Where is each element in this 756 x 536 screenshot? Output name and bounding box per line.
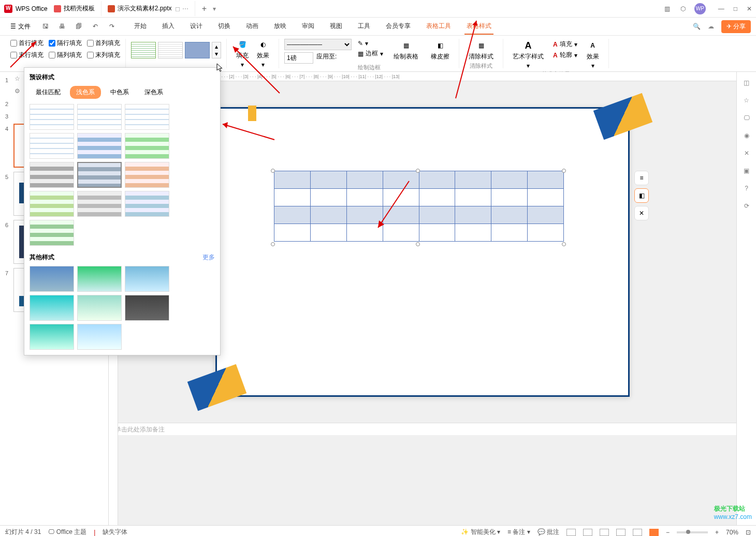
view-sorter[interactable] [583,529,592,536]
side-tool-5[interactable]: ✕ [744,150,749,157]
style-thumb-2[interactable] [158,42,183,58]
menu-transition[interactable]: 切换 [216,19,232,35]
other-thumb[interactable] [77,324,122,350]
other-thumb[interactable] [30,295,74,321]
selection-handle[interactable] [416,169,420,173]
dd-tab-dark[interactable]: 深色系 [138,86,169,99]
line-style-select[interactable]: ──────── [284,39,352,50]
slide-canvas[interactable]: ≡ ◧ ✕ [215,107,630,397]
preset-thumb[interactable] [30,220,74,246]
dd-tab-medium[interactable]: 中色系 [104,86,135,99]
layers-tool[interactable]: ≡ [634,171,649,185]
star-icon[interactable]: ☆ [14,75,20,82]
menu-start[interactable]: 开始 [132,19,149,35]
side-tool-3[interactable]: 🖵 [744,114,750,122]
side-tool-4[interactable]: ◉ [744,132,749,139]
wordart-style-button[interactable]: A 艺术字样式 ▾ [508,39,548,70]
tab-document[interactable]: 演示文稿素材2.pptx ◻ ⋯ [101,1,195,16]
preset-thumb[interactable] [125,133,169,159]
preset-thumb[interactable] [77,133,122,159]
comments-button[interactable]: 💬 批注 [537,528,559,536]
check-first-col[interactable]: 首列填充 [87,39,120,48]
text-effect-button[interactable]: A 效果 ▾ [583,39,603,70]
view-normal[interactable] [566,529,576,536]
more-link[interactable]: 更多 [202,253,215,262]
search-icon[interactable]: 🔍 [693,23,701,30]
other-thumb[interactable] [77,266,122,292]
side-tool-2[interactable]: ☆ [744,97,749,104]
text-fill-button[interactable]: A 填充 ▾ [551,39,579,50]
border-color-button[interactable]: ✎▾ [356,39,385,48]
line-weight-select[interactable] [284,52,313,64]
other-thumb[interactable] [30,324,74,350]
cloud-icon[interactable]: ☁ [708,23,714,30]
preset-thumb[interactable] [125,191,169,217]
style-thumb-3[interactable] [185,42,210,58]
check-last-col[interactable]: 末列填充 [87,51,120,59]
menu-member[interactable]: 会员专享 [384,19,413,35]
eraser-button[interactable]: ◧ 橡皮擦 [427,39,454,64]
close-button[interactable]: ✕ [747,5,752,12]
preset-thumb[interactable] [30,162,74,188]
menu-view[interactable]: 视图 [328,19,344,35]
undo-icon[interactable]: ↶ [91,22,100,31]
preset-thumb[interactable] [30,191,74,217]
menu-design[interactable]: 设计 [188,19,205,35]
notes-bar[interactable]: 单击此处添加备注 [109,423,736,435]
minimize-button[interactable]: — [718,5,724,12]
notes-button[interactable]: ≡ 备注 ▾ [507,528,530,536]
preset-thumb[interactable] [125,104,169,130]
fit-button[interactable]: ⊡ [746,529,751,536]
zoom-out[interactable]: − [666,529,670,536]
view-slideshow[interactable] [649,529,659,536]
style-thumb-1[interactable] [131,42,156,58]
missing-font[interactable]: 缺失字体 [103,528,127,536]
preset-thumb[interactable] [77,104,122,130]
menu-animation[interactable]: 动画 [244,19,260,35]
maximize-button[interactable]: □ [734,5,737,12]
other-thumb[interactable] [77,295,122,321]
side-tool-7[interactable]: ? [745,185,748,192]
tab-menu-icon[interactable]: ⋯ [182,5,188,12]
selection-handle[interactable] [271,242,275,246]
selection-handle[interactable] [271,169,275,173]
zoom-in[interactable]: + [715,529,719,536]
view-grid1[interactable] [616,529,626,536]
preset-thumb[interactable] [125,162,169,188]
preset-thumb-selected[interactable] [77,162,122,188]
menu-tools[interactable]: 工具 [356,19,372,35]
text-outline-button[interactable]: A 轮廓 ▾ [551,50,579,61]
draw-table-button[interactable]: ▦ 绘制表格 [389,39,423,64]
settings-icon[interactable]: ⚙ [14,87,20,95]
side-tool-1[interactable]: ◫ [744,79,749,86]
dd-tab-best[interactable]: 最佳匹配 [30,86,67,99]
selection-handle[interactable] [416,242,420,246]
other-thumb[interactable] [125,266,169,292]
print-icon[interactable]: 🖶 [57,22,67,31]
zoom-value[interactable]: 70% [726,529,738,536]
dd-tab-light[interactable]: 浅色系 [70,86,101,99]
side-tool-6[interactable]: ▣ [744,167,749,174]
menu-insert[interactable]: 插入 [160,19,177,35]
zoom-slider[interactable] [686,530,690,534]
tools-tool[interactable]: ✕ [634,206,649,220]
theme-label[interactable]: 🖵 Office 主题 [48,528,86,536]
share-button[interactable]: ✈ 分享 [721,20,751,33]
other-thumb[interactable] [125,295,169,321]
other-thumb[interactable] [30,266,74,292]
view-grid2[interactable] [633,529,642,536]
preset-thumb[interactable] [30,104,74,130]
tab-templates[interactable]: 找稻壳模板 [48,1,101,16]
save-icon[interactable]: 🖫 [41,22,50,31]
selection-handle[interactable] [562,169,566,173]
preset-thumb[interactable] [77,191,122,217]
menu-review[interactable]: 审阅 [300,19,316,35]
selection-handle[interactable] [562,242,566,246]
border-button[interactable]: ▦边框 ▾ [356,48,385,59]
cube-icon[interactable]: ⬡ [679,5,687,13]
menu-table-tools[interactable]: 表格工具 [424,19,453,35]
print-preview-icon[interactable]: 🗐 [74,22,83,31]
beautify-button[interactable]: ✨ 智能美化 ▾ [461,528,500,536]
side-tool-8[interactable]: ⟳ [744,202,749,210]
new-tab-button[interactable]: + [198,4,211,13]
